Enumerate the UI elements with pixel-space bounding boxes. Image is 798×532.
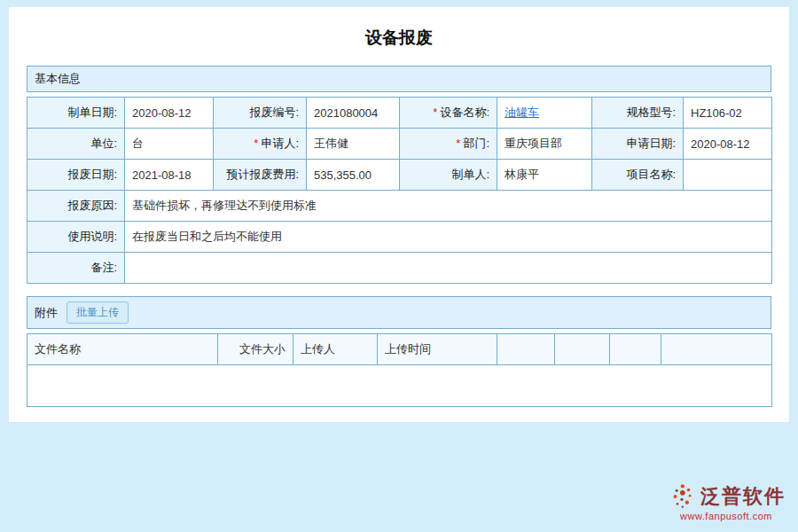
field-value: 在报废当日和之后均不能使用	[125, 222, 772, 253]
field-label-text: 申请人:	[261, 137, 299, 150]
basic-info-section: 基本信息 制单日期: 2020-08-12 报废编号: 2021080004 *…	[27, 66, 771, 284]
table-row: 报废原因: 基础件损坏，再修理达不到使用标准	[27, 191, 772, 222]
attachments-table: 文件名称 文件大小 上传人 上传时间	[27, 333, 772, 407]
field-value: 林康平	[497, 160, 592, 191]
column-header-uploader: 上传人	[293, 334, 378, 365]
field-value: 2020-08-12	[125, 98, 214, 129]
field-label: 申请日期:	[592, 129, 684, 160]
device-name-link[interactable]: 油罐车	[505, 106, 539, 119]
field-value: 重庆项目部	[497, 129, 592, 160]
table-header-row: 文件名称 文件大小 上传人 上传时间	[27, 334, 772, 365]
field-label: 规格型号:	[592, 98, 684, 129]
field-value: 2021080004	[307, 98, 400, 129]
field-label: 制单日期:	[27, 98, 125, 129]
brand-line: 泛普软件	[667, 483, 786, 510]
column-header-filesize: 文件大小	[218, 334, 293, 365]
field-value: 台	[125, 129, 214, 160]
attachments-title: 附件	[35, 305, 58, 321]
field-label: *设备名称:	[400, 98, 497, 129]
table-row: 备注:	[27, 253, 772, 284]
table-row: 制单日期: 2020-08-12 报废编号: 2021080004 *设备名称:…	[27, 98, 772, 129]
field-label: 单位:	[27, 129, 125, 160]
field-value: 2021-08-18	[125, 160, 214, 191]
field-label-text: 部门:	[463, 137, 489, 150]
website-url: www.fanpusoft.com	[667, 511, 786, 521]
field-value: 2020-08-12	[684, 129, 772, 160]
required-marker: *	[456, 137, 460, 150]
table-row: 报废日期: 2021-08-18 预计报废费用: 535,355.00 制单人:…	[27, 160, 772, 191]
required-marker: *	[254, 137, 258, 150]
field-label: 项目名称:	[592, 160, 684, 191]
page-title: 设备报废	[9, 7, 789, 66]
brand-name: 泛普软件	[700, 483, 786, 510]
field-label: 报废编号:	[214, 98, 307, 129]
basic-info-title: 基本信息	[35, 71, 81, 87]
field-value: 王伟健	[307, 129, 400, 160]
table-row: 使用说明: 在报废当日和之后均不能使用	[27, 222, 772, 253]
vendor-logo: 泛普软件 www.fanpusoft.com	[667, 483, 786, 521]
field-label-text: 设备名称:	[440, 106, 489, 119]
field-label: 备注:	[27, 253, 125, 284]
field-label: *部门:	[400, 129, 497, 160]
fanpu-dots-icon	[667, 483, 697, 510]
batch-upload-button[interactable]: 批量上传	[66, 301, 129, 324]
column-header-uploadtime: 上传时间	[378, 334, 497, 365]
field-label: 制单人:	[400, 160, 497, 191]
column-header-empty	[497, 334, 555, 365]
field-value	[684, 160, 772, 191]
field-value: 535,355.00	[307, 160, 400, 191]
basic-info-table: 制单日期: 2020-08-12 报废编号: 2021080004 *设备名称:…	[27, 97, 772, 284]
field-value: 油罐车	[497, 98, 592, 129]
table-row: 单位: 台 *申请人: 王伟健 *部门: 重庆项目部 申请日期: 2020-08…	[27, 129, 772, 160]
required-marker: *	[433, 106, 437, 119]
column-header-empty	[661, 334, 772, 365]
field-label: 使用说明:	[27, 222, 125, 253]
form-panel: 设备报废 基本信息 制单日期: 2020-08-12 报废编号: 2021080…	[9, 7, 789, 422]
empty-attachments-area	[27, 365, 772, 407]
field-label: *申请人:	[214, 129, 307, 160]
field-label: 报废原因:	[27, 191, 125, 222]
attachments-header: 附件 批量上传	[27, 296, 771, 329]
empty-row	[27, 365, 772, 407]
field-label: 预计报废费用:	[214, 160, 307, 191]
field-value	[125, 253, 772, 284]
field-value: 基础件损坏，再修理达不到使用标准	[125, 191, 772, 222]
attachments-section: 附件 批量上传 文件名称 文件大小 上传人 上传时间	[27, 296, 771, 407]
column-header-filename: 文件名称	[27, 334, 218, 365]
field-value: HZ106-02	[684, 98, 772, 129]
field-label: 报废日期:	[27, 160, 125, 191]
column-header-empty	[555, 334, 610, 365]
basic-info-header: 基本信息	[27, 66, 771, 92]
column-header-empty	[610, 334, 661, 365]
